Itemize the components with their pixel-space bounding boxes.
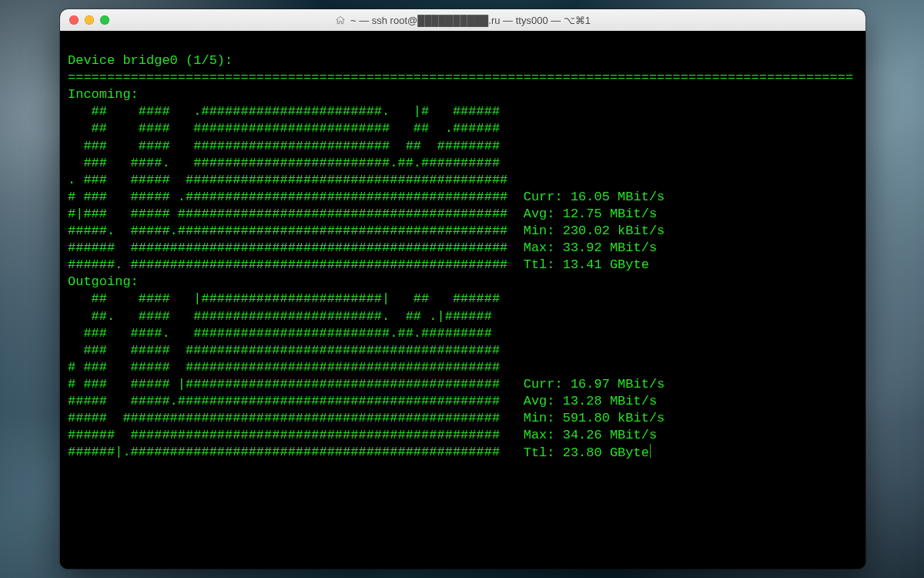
graph-row: ###### #################################… xyxy=(68,240,858,257)
graph-line: # ### ##### |###########################… xyxy=(68,376,507,393)
separator-line: ========================================… xyxy=(68,70,853,85)
traffic-lights xyxy=(60,9,109,31)
stat-value: Max: 33.92 MBit/s xyxy=(507,240,657,257)
graph-row: ######. ################################… xyxy=(68,257,858,274)
graph-line: ### ####. #########################.##.#… xyxy=(68,155,507,172)
outgoing-block: ## #### |#######################| ## ###… xyxy=(68,291,858,462)
graph-line: . ### ##### ############################… xyxy=(68,172,507,189)
graph-line: ## #### .#######################. |# ###… xyxy=(68,103,507,120)
graph-line: ##### #####.############################… xyxy=(68,393,507,410)
window-title-text: ~ — ssh root@██████████.ru — ttys000 — ⌥… xyxy=(350,15,591,26)
outgoing-label: Outgoing: xyxy=(68,274,139,289)
stat-value: Min: 591.80 kBit/s xyxy=(507,410,665,427)
graph-row: ##### ##################################… xyxy=(68,410,858,427)
graph-row: ##### #####.############################… xyxy=(68,393,858,410)
graph-row: ##. #### ########################. ## .|… xyxy=(68,308,858,325)
stat-value: Ttl: 23.80 GByte xyxy=(507,444,651,462)
home-icon xyxy=(335,15,346,25)
graph-line: ######|.################################… xyxy=(68,444,507,462)
terminal-window: ~ — ssh root@██████████.ru — ttys000 — ⌥… xyxy=(60,9,865,569)
graph-line: # ### ##### ############################… xyxy=(68,359,507,376)
graph-line: #####. #####.###########################… xyxy=(68,223,507,240)
incoming-label: Incoming: xyxy=(68,87,139,102)
graph-row: ### ##### ##############################… xyxy=(68,342,858,359)
graph-row: # ### ##### .###########################… xyxy=(68,189,858,206)
graph-row: ## #### .#######################. |# ###… xyxy=(68,103,858,120)
stat-value: Avg: 13.28 MBit/s xyxy=(507,393,657,410)
graph-line: ## #### |#######################| ## ###… xyxy=(68,291,507,307)
incoming-block: ## #### .#######################. |# ###… xyxy=(68,103,858,274)
graph-line: ###### #################################… xyxy=(68,240,507,257)
graph-row: ### ####. #########################.##.#… xyxy=(68,325,858,342)
graph-row: #####. #####.###########################… xyxy=(68,223,858,240)
graph-row: ######|.################################… xyxy=(68,444,858,462)
graph-line: ##### ##################################… xyxy=(68,410,507,427)
graph-line: ### ##### ##############################… xyxy=(68,342,507,359)
stat-value: Curr: 16.97 MBit/s xyxy=(507,376,665,393)
window-title: ~ — ssh root@██████████.ru — ttys000 — ⌥… xyxy=(335,15,591,26)
graph-row: ## #### ######################### ## .##… xyxy=(68,120,858,137)
graph-row: ### ####. #########################.##.#… xyxy=(68,155,858,172)
stat-value: Curr: 16.05 MBit/s xyxy=(507,189,665,206)
graph-line: ### ####. #########################.##.#… xyxy=(68,325,507,342)
graph-row: # ### ##### ############################… xyxy=(68,359,858,376)
maximize-icon[interactable] xyxy=(100,15,109,25)
graph-line: ######. ################################… xyxy=(68,257,507,274)
stat-value: Ttl: 13.41 GByte xyxy=(507,257,649,274)
graph-row: # ### ##### |###########################… xyxy=(68,376,858,393)
graph-line: ### #### ######################### ## ##… xyxy=(68,138,507,155)
graph-line: ## #### ######################### ## .##… xyxy=(68,120,507,137)
minimize-icon[interactable] xyxy=(85,15,94,25)
close-icon[interactable] xyxy=(69,15,79,25)
graph-row: . ### ##### ############################… xyxy=(68,172,858,189)
graph-line: # ### ##### .###########################… xyxy=(68,189,507,206)
terminal-body[interactable]: Device bridge0 (1/5): ==================… xyxy=(60,31,865,569)
device-line: Device bridge0 (1/5): xyxy=(68,53,233,68)
graph-line: #|### ##### ############################… xyxy=(68,206,507,223)
stat-value: Max: 34.26 MBit/s xyxy=(507,427,657,444)
graph-row: #|### ##### ############################… xyxy=(68,206,858,223)
stat-value: Avg: 12.75 MBit/s xyxy=(507,206,657,223)
graph-line: ###### #################################… xyxy=(68,427,507,444)
graph-row: ###### #################################… xyxy=(68,427,858,444)
graph-row: ### #### ######################### ## ##… xyxy=(68,138,858,155)
graph-row: ## #### |#######################| ## ###… xyxy=(68,291,858,307)
stat-value: Min: 230.02 kBit/s xyxy=(507,223,665,240)
graph-line: ##. #### ########################. ## .|… xyxy=(68,308,507,325)
text-cursor xyxy=(650,444,651,458)
window-titlebar[interactable]: ~ — ssh root@██████████.ru — ttys000 — ⌥… xyxy=(60,9,865,32)
